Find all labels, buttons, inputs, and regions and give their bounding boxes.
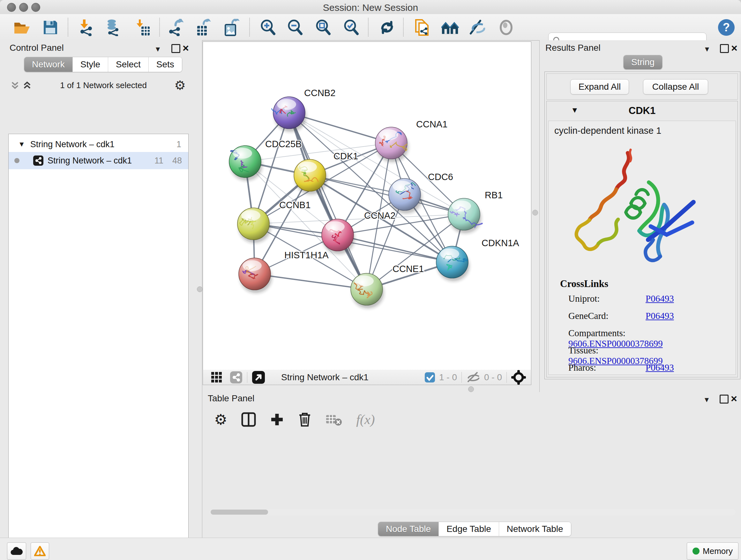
panel-float-icon[interactable] bbox=[720, 44, 729, 53]
expand-all-icon[interactable] bbox=[22, 80, 32, 91]
zoom-in-icon[interactable] bbox=[259, 18, 277, 37]
table-options-gear-icon[interactable]: ⚙ bbox=[214, 411, 227, 428]
panel-menu-icon[interactable]: ▾ bbox=[156, 44, 160, 54]
tab-string[interactable]: String bbox=[623, 55, 662, 69]
export-network-icon[interactable] bbox=[166, 18, 184, 37]
crosslink-label: GeneCard: bbox=[568, 311, 646, 321]
node-label-CCNE1: CCNE1 bbox=[393, 264, 424, 274]
tab-style[interactable]: Style bbox=[73, 57, 108, 72]
node-CDC25B[interactable]: CDC25B bbox=[229, 139, 301, 181]
node-CCNE1[interactable]: CCNE1 bbox=[351, 264, 424, 308]
network-collection-row[interactable]: ▼ String Network – cdk1 1 bbox=[9, 137, 188, 152]
birdseye-navigator-icon[interactable] bbox=[511, 370, 526, 385]
network-list-icon[interactable] bbox=[230, 371, 243, 384]
window-title: Session: New Session bbox=[0, 2, 741, 13]
selected-checkbox-icon[interactable] bbox=[424, 372, 435, 383]
node-CCNB2[interactable]: CCNB2 bbox=[272, 88, 336, 132]
zoom-fit-icon[interactable] bbox=[314, 18, 332, 37]
panel-close-icon[interactable]: × bbox=[731, 44, 738, 52]
bottom-splitter-handle[interactable] bbox=[468, 386, 474, 392]
crosslink-label: Compartments: bbox=[568, 328, 646, 338]
node-label-CCNB1: CCNB1 bbox=[279, 200, 311, 210]
crosslink-value-link[interactable]: P06493 bbox=[646, 311, 674, 321]
export-table-icon[interactable] bbox=[194, 18, 212, 37]
cloud-status-button[interactable] bbox=[7, 543, 26, 560]
delete-column-icon[interactable] bbox=[298, 412, 312, 427]
import-network-file-icon[interactable] bbox=[77, 18, 95, 37]
eye-icon[interactable] bbox=[497, 18, 515, 37]
function-builder-icon: f(x) bbox=[356, 412, 375, 427]
crosslink-label: Uniprot: bbox=[568, 294, 646, 304]
export-image-icon[interactable] bbox=[222, 18, 240, 37]
zoom-out-icon[interactable] bbox=[286, 18, 304, 37]
tab-select[interactable]: Select bbox=[108, 57, 149, 72]
hidden-eye-slash-icon bbox=[466, 371, 481, 383]
node-CCNA1[interactable]: CCNA1 bbox=[375, 119, 448, 162]
panel-float-icon[interactable] bbox=[720, 395, 729, 403]
tab-node-table[interactable]: Node Table bbox=[378, 522, 439, 536]
right-splitter-handle[interactable] bbox=[532, 210, 538, 215]
node-label-CDKN1A: CDKN1A bbox=[482, 238, 519, 248]
node-label-CDK1: CDK1 bbox=[333, 151, 358, 161]
hidden-counts: 0 - 0 bbox=[484, 372, 502, 382]
selected-counts: 1 - 0 bbox=[439, 372, 457, 382]
node-label-HIST1H1A: HIST1H1A bbox=[284, 250, 329, 260]
crosslink-row: Pharos:P06493 bbox=[568, 362, 674, 373]
tab-network-table[interactable]: Network Table bbox=[499, 522, 571, 536]
crosslink-value-link[interactable]: P06493 bbox=[646, 294, 674, 304]
expand-all-button[interactable]: Expand All bbox=[570, 79, 629, 95]
refresh-icon[interactable] bbox=[378, 18, 396, 37]
table-toolbar: ⚙ f(x) bbox=[214, 410, 375, 429]
control-panel-title: Control Panel bbox=[10, 43, 64, 53]
network-selection-bar: 1 of 1 Network selected ⚙ bbox=[10, 78, 188, 92]
network-canvas[interactable]: CCNB2CCNA1CDC25BCDK1CDC6RB1CCNB1CCNA2CDK… bbox=[203, 42, 531, 370]
panel-float-icon[interactable] bbox=[172, 44, 180, 53]
crosslinks-title: CrossLinks bbox=[560, 278, 608, 290]
panel-close-icon[interactable]: × bbox=[183, 44, 189, 52]
collapse-all-button[interactable]: Collapse All bbox=[643, 79, 708, 95]
network-row[interactable]: String Network – cdk1 11 48 bbox=[9, 152, 188, 169]
crosslink-label: Tissues: bbox=[568, 345, 646, 356]
control-panel-tabs: Network Style Select Sets bbox=[24, 57, 182, 72]
cloud-icon bbox=[10, 547, 23, 556]
help-icon[interactable]: ? bbox=[718, 18, 735, 37]
grid-view-icon[interactable] bbox=[211, 371, 223, 383]
toolbar-separator bbox=[368, 18, 368, 37]
node-RB1[interactable]: RB1 bbox=[448, 190, 502, 233]
collection-expander-icon[interactable]: ▼ bbox=[18, 140, 25, 148]
show-columns-icon[interactable] bbox=[241, 412, 256, 427]
save-session-icon[interactable] bbox=[42, 18, 59, 37]
collapse-all-icon[interactable] bbox=[10, 80, 20, 91]
crosslink-label: Pharos: bbox=[568, 362, 646, 373]
entry-name: CDK1 bbox=[547, 105, 738, 117]
network-options-gear-icon[interactable]: ⚙ bbox=[174, 78, 186, 92]
delete-table-icon bbox=[326, 413, 342, 426]
table-tabs: Node Table Edge Table Network Table bbox=[378, 522, 571, 537]
add-column-icon[interactable] bbox=[270, 413, 284, 427]
node-CDKN1A[interactable]: CDKN1A bbox=[436, 238, 519, 281]
clone-network-icon[interactable] bbox=[413, 18, 431, 37]
left-splitter-handle[interactable] bbox=[197, 287, 203, 292]
import-table-file-icon[interactable] bbox=[133, 18, 151, 37]
node-CCNA2[interactable]: CCNA2 bbox=[322, 210, 395, 254]
zoom-selected-icon[interactable] bbox=[342, 18, 360, 37]
panel-menu-icon[interactable]: ▾ bbox=[705, 44, 709, 54]
tab-sets[interactable]: Sets bbox=[149, 57, 182, 72]
warning-button[interactable] bbox=[30, 543, 49, 560]
panel-menu-icon[interactable]: ▾ bbox=[704, 395, 709, 404]
horizontal-scrollbar[interactable] bbox=[210, 509, 736, 515]
import-network-database-icon[interactable] bbox=[105, 18, 122, 37]
crosslink-value-link[interactable]: P06493 bbox=[646, 362, 674, 373]
entry-description: cyclin-dependent kinase 1 bbox=[554, 125, 661, 136]
detach-view-icon[interactable] bbox=[252, 371, 265, 384]
open-session-icon[interactable] bbox=[13, 18, 30, 37]
tab-network[interactable]: Network bbox=[24, 57, 73, 72]
network-view-title: String Network – cdk1 bbox=[281, 372, 368, 382]
tab-edge-table[interactable]: Edge Table bbox=[439, 522, 499, 536]
memory-button[interactable]: Memory bbox=[687, 543, 738, 560]
node-HIST1H1A[interactable]: HIST1H1A bbox=[239, 250, 329, 293]
horizontal-scrollbar-thumb[interactable] bbox=[211, 509, 268, 515]
first-neighbors-icon[interactable] bbox=[441, 18, 459, 37]
panel-close-icon[interactable]: × bbox=[731, 394, 737, 403]
show-hide-panel-icon[interactable] bbox=[469, 18, 487, 37]
